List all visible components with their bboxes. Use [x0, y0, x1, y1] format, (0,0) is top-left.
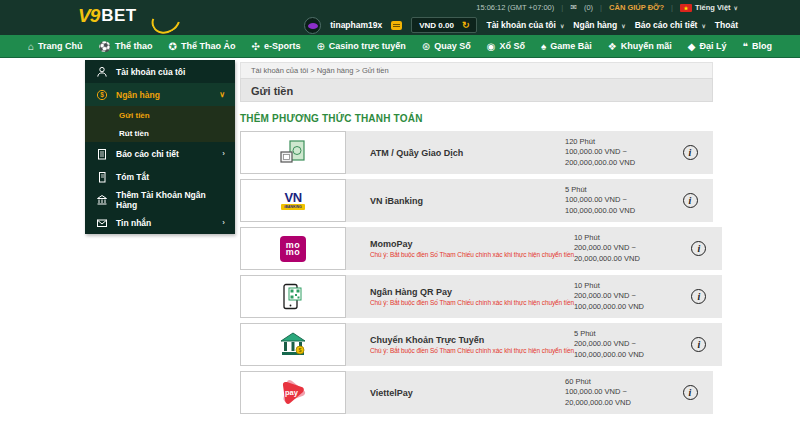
balance-box[interactable]: VND 0.00 ↻ [411, 17, 477, 33]
subitem-label: Gửi tiền [119, 111, 150, 120]
lottery-icon: ◉ [487, 41, 496, 52]
logo-bet-text: BET [101, 6, 137, 26]
payment-name: VN iBanking [370, 196, 565, 206]
info-icon[interactable]: i [683, 193, 698, 208]
help-link[interactable]: CẦN GIÚP ĐỠ? [609, 3, 664, 12]
nav-label: Quay Số [434, 41, 471, 51]
info-icon[interactable]: i [683, 385, 698, 400]
nav-lottery[interactable]: ◉Xổ Số [487, 41, 525, 52]
soccer-icon: ⚽ [99, 41, 111, 52]
nav-label: Blog [752, 41, 772, 51]
breadcrumb: Tài khoản của tôi > Ngân hàng > Gửi tiền [240, 62, 713, 78]
sidebar-label: Báo cáo chi tiết [116, 149, 214, 159]
logo-swoosh [147, 2, 185, 39]
payment-row-body: MomoPay Chú ý: Bắt buộc điền Số Tham Chi… [346, 227, 722, 270]
menu-reports[interactable]: Báo cáo chi tiết ∨ [635, 20, 706, 30]
sidebar-subitem-deposit[interactable]: Gửi tiền [85, 106, 235, 124]
payment-name: Chuyển Khoản Trực Tuyến [370, 335, 574, 345]
chevron-down-icon: ∨ [560, 22, 564, 29]
payment-row-body: VN iBanking 5 Phút 100,000.00 VND ~ 100,… [346, 179, 713, 222]
nav-agent[interactable]: ◆Đại Lý [688, 41, 727, 52]
envelope-icon [95, 217, 108, 229]
info-icon[interactable]: i [691, 337, 706, 352]
payment-name: ATM / Quầy Giao Dịch [370, 148, 565, 158]
section-title: THÊM PHƯƠNG THỨC THANH TOÁN [240, 113, 713, 124]
payment-range: 200,000.00 VND ~ 100,000,000.00 VND [574, 291, 676, 311]
payment-time: 60 Phút [565, 377, 667, 387]
sidebar-label: Tóm Tắt [116, 172, 225, 182]
sidebar-item-add-bank-account[interactable]: Thêm Tài Khoản Ngân Hàng [85, 188, 235, 211]
chevron-down-icon: ∨ [219, 90, 225, 99]
mail-count[interactable]: (0) [584, 3, 593, 12]
payment-range: 100,000.00 VND ~ 100,000,000.00 VND [565, 195, 667, 215]
topbar-utility-row: 15:06:12 (GMT +07:00) | ✉ (0) | CẦN GIÚP… [476, 0, 738, 15]
atm-cash-logo [240, 131, 346, 174]
payment-time: 5 Phút [565, 185, 667, 195]
menu-banking[interactable]: Ngân hàng ∨ [573, 20, 625, 30]
speech-bubble-icon: ❝ [743, 41, 748, 52]
payment-time: 10 Phút [574, 281, 676, 291]
nav-label: Khuyến mãi [621, 41, 672, 51]
nav-esports[interactable]: ✣e-Sports [251, 41, 300, 52]
payment-row-qr-pay[interactable]: Ngân Hàng QR Pay Chú ý: Bắt buộc điền Số… [240, 275, 713, 318]
divider: | [671, 3, 673, 12]
clock-text: 15:06:12 (GMT +07:00) [476, 3, 554, 12]
sidebar-subitem-withdraw[interactable]: Rút tiền [85, 124, 235, 142]
payment-info: 5 Phút 200,000.00 VND ~ 100,000,000.00 V… [574, 329, 676, 359]
virtual-sports-icon: ✪ [169, 41, 177, 52]
nav-label: Thể Thao Ảo [181, 41, 236, 51]
payment-row-bank-transfer[interactable]: $ Chuyển Khoản Trực Tuyến Chú ý: Bắt buộ… [240, 323, 713, 366]
balance-value: VND 0.00 [419, 21, 454, 30]
chevron-right-icon: › [222, 218, 225, 227]
menu-label: Ngân hàng [573, 20, 617, 30]
nav-sports[interactable]: ⚽Thể thao [99, 41, 153, 52]
v9bet-logo[interactable]: V9 BET [78, 5, 137, 27]
payment-info: 60 Phút 100,000.00 VND ~ 20,000,000.00 V… [565, 377, 667, 407]
topbar-right: 15:06:12 (GMT +07:00) | ✉ (0) | CẦN GIÚP… [304, 0, 738, 35]
refresh-icon[interactable]: ↻ [462, 20, 470, 30]
sidebar-item-messages[interactable]: Tin nhắn › [85, 211, 235, 234]
language-selector[interactable]: ★ Tiếng Việt ∨ [680, 3, 738, 12]
sidebar-item-reports[interactable]: Báo cáo chi tiết › [85, 142, 235, 165]
nav-number-game[interactable]: ⊛Quay Số [422, 41, 471, 52]
info-icon[interactable]: i [691, 241, 706, 256]
menu-logout[interactable]: Thoát [715, 20, 738, 30]
payment-range: 200,000.00 VND ~ 20,000,000.00 VND [574, 243, 676, 263]
casino-icon: ⊕ [316, 41, 324, 52]
payment-row-vn-ibanking[interactable]: VN iBANKING VN iBanking 5 Phút 100,000.0… [240, 179, 713, 222]
menu-label: Báo cáo chi tiết [635, 20, 698, 30]
page-title: Gửi tiền [240, 78, 713, 102]
payment-info: 5 Phút 100,000.00 VND ~ 100,000,000.00 V… [565, 185, 667, 215]
nav-casino[interactable]: ⊕Casino trực tuyến [316, 41, 405, 52]
info-icon[interactable]: i [691, 289, 706, 304]
svg-text:$: $ [100, 91, 104, 99]
mail-icon[interactable]: ✉ [570, 3, 577, 12]
sidebar-item-my-account[interactable]: Tài khoản của tôi [85, 60, 235, 83]
person-icon [95, 66, 108, 78]
message-icon[interactable] [391, 21, 402, 30]
nav-blog[interactable]: ❝Blog [743, 41, 772, 52]
payment-row-body: ViettelPay 60 Phút 100,000.00 VND ~ 20,0… [346, 371, 713, 414]
info-icon[interactable]: i [683, 145, 698, 160]
avatar[interactable] [304, 17, 321, 34]
payment-time: 10 Phút [574, 233, 676, 243]
nav-home[interactable]: ⌂Trang Chủ [28, 41, 83, 52]
account-sidebar: Tài khoản của tôi $ Ngân hàng ∨ Gửi tiền… [85, 60, 235, 234]
document-icon [95, 171, 108, 183]
payment-info: 120 Phút 100,000.00 VND ~ 200,000,000.00… [565, 137, 667, 167]
payment-row-momopay[interactable]: mo mo MomoPay Chú ý: Bắt buộc điền Số Th… [240, 227, 713, 270]
payment-row-body: ATM / Quầy Giao Dịch 120 Phút 100,000.00… [346, 131, 713, 174]
payment-row-atm[interactable]: ATM / Quầy Giao Dịch 120 Phút 100,000.00… [240, 131, 713, 174]
sidebar-item-summary[interactable]: Tóm Tắt [85, 165, 235, 188]
sidebar-item-banking[interactable]: $ Ngân hàng ∨ [85, 83, 235, 106]
vn-logo-subtext: iBANKING [281, 204, 304, 210]
viettelpay-logo-text: pay [285, 388, 299, 397]
payment-row-viettelpay[interactable]: pay ViettelPay 60 Phút 100,000.00 VND ~ … [240, 371, 713, 414]
nav-virtual-sports[interactable]: ✪Thể Thao Ảo [169, 41, 236, 52]
nav-card-games[interactable]: ♠Game Bài [541, 41, 592, 52]
menu-my-account[interactable]: Tài khoản của tôi ∨ [486, 20, 564, 30]
nav-promotions[interactable]: ❖Khuyến mãi [608, 41, 672, 52]
bank-building-logo: $ [240, 323, 346, 366]
payment-range: 200,000.00 VND ~ 100,000,000.00 VND [574, 339, 676, 359]
report-icon [95, 148, 108, 160]
